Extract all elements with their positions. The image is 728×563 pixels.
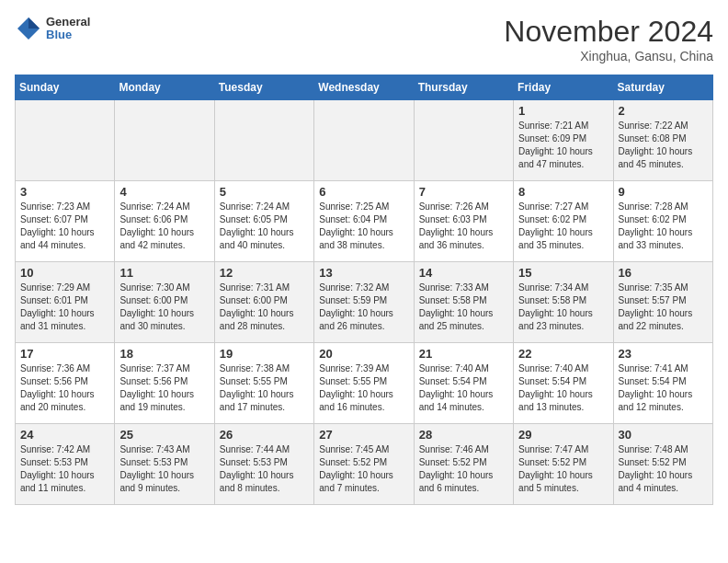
calendar-cell: 28Sunrise: 7:46 AMSunset: 5:52 PMDayligh… xyxy=(414,424,513,505)
day-info: Sunrise: 7:44 AMSunset: 5:53 PMDaylight:… xyxy=(220,443,309,495)
day-info: Sunrise: 7:38 AMSunset: 5:55 PMDaylight:… xyxy=(220,362,309,414)
calendar-cell: 15Sunrise: 7:34 AMSunset: 5:58 PMDayligh… xyxy=(514,262,613,343)
calendar-cell: 5Sunrise: 7:24 AMSunset: 6:05 PMDaylight… xyxy=(214,181,313,262)
day-number: 24 xyxy=(20,428,109,442)
day-number: 2 xyxy=(619,104,708,118)
day-number: 21 xyxy=(419,347,508,361)
calendar-cell: 10Sunrise: 7:29 AMSunset: 6:01 PMDayligh… xyxy=(16,262,115,343)
calendar-header: SundayMondayTuesdayWednesdayThursdayFrid… xyxy=(16,75,713,100)
day-number: 12 xyxy=(220,266,309,280)
calendar-cell: 26Sunrise: 7:44 AMSunset: 5:53 PMDayligh… xyxy=(214,424,313,505)
day-number: 20 xyxy=(319,347,408,361)
day-info: Sunrise: 7:47 AMSunset: 5:52 PMDaylight:… xyxy=(518,443,608,495)
calendar-cell: 24Sunrise: 7:42 AMSunset: 5:53 PMDayligh… xyxy=(16,424,115,505)
calendar-cell: 2Sunrise: 7:22 AMSunset: 6:08 PMDaylight… xyxy=(613,100,712,181)
calendar-cell: 30Sunrise: 7:48 AMSunset: 5:52 PMDayligh… xyxy=(613,424,712,505)
day-info: Sunrise: 7:28 AMSunset: 6:02 PMDaylight:… xyxy=(619,201,708,252)
day-number: 14 xyxy=(419,266,508,280)
calendar-week-row: 10Sunrise: 7:29 AMSunset: 6:01 PMDayligh… xyxy=(16,262,713,343)
day-number: 25 xyxy=(119,428,209,442)
day-info: Sunrise: 7:35 AMSunset: 5:57 PMDaylight:… xyxy=(619,282,708,333)
weekday-header: Monday xyxy=(115,75,214,100)
day-number: 16 xyxy=(619,266,708,280)
day-number: 26 xyxy=(220,428,309,442)
calendar-cell: 6Sunrise: 7:25 AMSunset: 6:04 PMDaylight… xyxy=(314,181,414,262)
logo-blue: Blue xyxy=(46,29,90,41)
calendar-cell: 1Sunrise: 7:21 AMSunset: 6:09 PMDaylight… xyxy=(514,100,613,181)
calendar-cell: 22Sunrise: 7:40 AMSunset: 5:54 PMDayligh… xyxy=(514,343,613,424)
day-info: Sunrise: 7:37 AMSunset: 5:56 PMDaylight:… xyxy=(119,362,209,414)
calendar-cell: 17Sunrise: 7:36 AMSunset: 5:56 PMDayligh… xyxy=(16,343,115,424)
day-info: Sunrise: 7:22 AMSunset: 6:08 PMDaylight:… xyxy=(619,120,708,171)
day-number: 6 xyxy=(319,185,408,199)
calendar-week-row: 24Sunrise: 7:42 AMSunset: 5:53 PMDayligh… xyxy=(16,424,713,505)
day-info: Sunrise: 7:46 AMSunset: 5:52 PMDaylight:… xyxy=(419,443,508,495)
day-number: 8 xyxy=(518,185,608,199)
logo-text: General Blue xyxy=(46,16,90,42)
day-number: 1 xyxy=(518,104,608,118)
day-info: Sunrise: 7:45 AMSunset: 5:52 PMDaylight:… xyxy=(319,443,408,495)
calendar-cell: 11Sunrise: 7:30 AMSunset: 6:00 PMDayligh… xyxy=(115,262,214,343)
day-number: 15 xyxy=(518,266,608,280)
day-info: Sunrise: 7:26 AMSunset: 6:03 PMDaylight:… xyxy=(419,201,508,252)
calendar-cell: 27Sunrise: 7:45 AMSunset: 5:52 PMDayligh… xyxy=(314,424,414,505)
day-info: Sunrise: 7:33 AMSunset: 5:58 PMDaylight:… xyxy=(419,282,508,333)
day-info: Sunrise: 7:48 AMSunset: 5:52 PMDaylight:… xyxy=(619,443,708,495)
calendar-body: 1Sunrise: 7:21 AMSunset: 6:09 PMDaylight… xyxy=(16,100,713,505)
calendar-cell: 25Sunrise: 7:43 AMSunset: 5:53 PMDayligh… xyxy=(115,424,214,505)
calendar-cell: 7Sunrise: 7:26 AMSunset: 6:03 PMDaylight… xyxy=(414,181,513,262)
day-info: Sunrise: 7:40 AMSunset: 5:54 PMDaylight:… xyxy=(419,362,508,414)
weekday-header: Wednesday xyxy=(314,75,414,100)
day-info: Sunrise: 7:36 AMSunset: 5:56 PMDaylight:… xyxy=(20,362,109,414)
day-info: Sunrise: 7:24 AMSunset: 6:06 PMDaylight:… xyxy=(119,201,209,252)
calendar-cell xyxy=(414,100,513,181)
calendar-cell: 21Sunrise: 7:40 AMSunset: 5:54 PMDayligh… xyxy=(414,343,513,424)
day-info: Sunrise: 7:21 AMSunset: 6:09 PMDaylight:… xyxy=(518,120,608,171)
day-info: Sunrise: 7:40 AMSunset: 5:54 PMDaylight:… xyxy=(518,362,608,414)
day-number: 28 xyxy=(419,428,508,442)
day-number: 30 xyxy=(619,428,708,442)
weekday-row: SundayMondayTuesdayWednesdayThursdayFrid… xyxy=(16,75,713,100)
day-info: Sunrise: 7:27 AMSunset: 6:02 PMDaylight:… xyxy=(518,201,608,252)
calendar-cell: 16Sunrise: 7:35 AMSunset: 5:57 PMDayligh… xyxy=(613,262,712,343)
day-info: Sunrise: 7:23 AMSunset: 6:07 PMDaylight:… xyxy=(20,201,109,252)
calendar-week-row: 17Sunrise: 7:36 AMSunset: 5:56 PMDayligh… xyxy=(16,343,713,424)
day-number: 3 xyxy=(20,185,109,199)
calendar-cell: 14Sunrise: 7:33 AMSunset: 5:58 PMDayligh… xyxy=(414,262,513,343)
calendar-cell: 9Sunrise: 7:28 AMSunset: 6:02 PMDaylight… xyxy=(613,181,712,262)
day-number: 19 xyxy=(220,347,309,361)
weekday-header: Friday xyxy=(514,75,613,100)
calendar-cell: 20Sunrise: 7:39 AMSunset: 5:55 PMDayligh… xyxy=(314,343,414,424)
day-info: Sunrise: 7:29 AMSunset: 6:01 PMDaylight:… xyxy=(20,282,109,333)
svg-marker-1 xyxy=(28,17,40,29)
calendar-cell: 13Sunrise: 7:32 AMSunset: 5:59 PMDayligh… xyxy=(314,262,414,343)
day-number: 10 xyxy=(20,266,109,280)
day-number: 7 xyxy=(419,185,508,199)
day-number: 23 xyxy=(619,347,708,361)
day-number: 13 xyxy=(319,266,408,280)
calendar-table: SundayMondayTuesdayWednesdayThursdayFrid… xyxy=(15,75,713,505)
day-number: 17 xyxy=(20,347,109,361)
calendar-cell: 19Sunrise: 7:38 AMSunset: 5:55 PMDayligh… xyxy=(214,343,313,424)
location-subtitle: Xinghua, Gansu, China xyxy=(504,49,713,63)
calendar-cell: 3Sunrise: 7:23 AMSunset: 6:07 PMDaylight… xyxy=(16,181,115,262)
calendar-cell: 29Sunrise: 7:47 AMSunset: 5:52 PMDayligh… xyxy=(514,424,613,505)
weekday-header: Thursday xyxy=(414,75,513,100)
logo-icon xyxy=(15,15,42,42)
calendar-cell xyxy=(214,100,313,181)
page-header: General Blue November 2024 Xinghua, Gans… xyxy=(15,15,713,63)
day-number: 9 xyxy=(619,185,708,199)
month-title: November 2024 xyxy=(504,15,713,49)
day-info: Sunrise: 7:34 AMSunset: 5:58 PMDaylight:… xyxy=(518,282,608,333)
calendar-cell xyxy=(314,100,414,181)
day-info: Sunrise: 7:42 AMSunset: 5:53 PMDaylight:… xyxy=(20,443,109,495)
calendar-cell: 23Sunrise: 7:41 AMSunset: 5:54 PMDayligh… xyxy=(613,343,712,424)
day-number: 27 xyxy=(319,428,408,442)
logo-general: General xyxy=(46,16,90,29)
logo: General Blue xyxy=(15,15,90,42)
weekday-header: Tuesday xyxy=(214,75,313,100)
day-info: Sunrise: 7:25 AMSunset: 6:04 PMDaylight:… xyxy=(319,201,408,252)
calendar-cell: 12Sunrise: 7:31 AMSunset: 6:00 PMDayligh… xyxy=(214,262,313,343)
day-number: 22 xyxy=(518,347,608,361)
day-info: Sunrise: 7:41 AMSunset: 5:54 PMDaylight:… xyxy=(619,362,708,414)
